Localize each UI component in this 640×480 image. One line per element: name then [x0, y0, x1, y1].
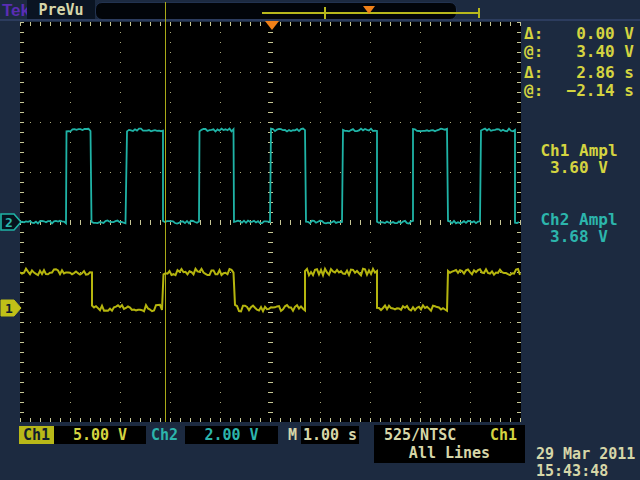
ch2-ground-marker: 2 — [0, 213, 23, 231]
tek-logo: Tek — [2, 1, 30, 21]
ch1-ground-marker: 1 — [0, 299, 23, 317]
trigger-readout: 525/NTSC Ch1 All Lines — [374, 425, 525, 463]
trigger-position-marker-icon — [265, 21, 279, 30]
record-window-right-bracket — [478, 8, 480, 18]
cursor-delta-v-value: 0.00 V — [576, 25, 634, 43]
ch1-amplitude-measurement: Ch1 Ampl 3.60 V — [520, 142, 638, 176]
cursor-at-t-value: −2.14 s — [567, 82, 634, 100]
ch2-waveform-trace — [20, 129, 519, 224]
cursor-delta-t-label: Δ: — [524, 64, 543, 82]
datetime-readout: 29 Mar 2011 15:43:48 — [536, 446, 635, 480]
cursor-delta-v-label: Δ: — [524, 25, 543, 43]
time-label: 15:43:48 — [536, 463, 635, 480]
ch1-ampl-value: 3.60 V — [520, 159, 638, 176]
trigger-standard: 525/NTSC — [384, 426, 456, 444]
cursor-at-v-label: @: — [524, 43, 543, 61]
ch2-ampl-title: Ch2 Ampl — [520, 211, 638, 228]
cursor-readout: Δ: 0.00 V @: 3.40 V Δ: 2.86 s @: −2.14 s — [522, 25, 636, 100]
ch2-marker-label: 2 — [5, 215, 13, 230]
ch2-scale-readout: 2.00 V — [185, 426, 278, 444]
ch1-ampl-title: Ch1 Ampl — [520, 142, 638, 159]
date-label: 29 Mar 2011 — [536, 446, 635, 463]
cursor-delta-t-value: 2.86 s — [576, 64, 634, 82]
cursor-at-v-row: @: 3.40 V — [522, 43, 636, 61]
ch1-scale-readout: 5.00 V — [54, 426, 146, 444]
record-window-tick — [324, 7, 326, 19]
video-line-cursor — [165, 2, 166, 422]
timebase-label: M — [288, 426, 297, 444]
cursor-delta-v-row: Δ: 0.00 V — [522, 25, 636, 43]
trigger-standard-row: 525/NTSC Ch1 — [374, 425, 525, 444]
ch1-channel-badge: Ch1 — [19, 426, 54, 444]
trigger-source: Ch1 — [490, 426, 517, 444]
cursor-delta-t-row: Δ: 2.86 s — [522, 64, 636, 82]
cursor-at-t-row: @: −2.14 s — [522, 82, 636, 100]
acquisition-mode-badge: PreVu — [27, 0, 95, 20]
trigger-mode: All Lines — [374, 444, 525, 462]
horizontal-position-bar — [95, 2, 457, 20]
ch1-waveform-trace — [20, 269, 520, 312]
waveform-display — [20, 22, 521, 422]
ch2-channel-badge: Ch2 — [151, 426, 178, 444]
ch2-ampl-value: 3.68 V — [520, 228, 638, 245]
ch2-amplitude-measurement: Ch2 Ampl 3.68 V — [520, 211, 638, 245]
cursor-at-v-value: 3.40 V — [576, 43, 634, 61]
acquisition-mode-label: PreVu — [38, 1, 83, 19]
top-separator — [0, 19, 640, 21]
cursor-at-t-label: @: — [524, 82, 543, 100]
timebase-readout: 1.00 s — [301, 426, 359, 444]
ch1-marker-label: 1 — [5, 301, 13, 316]
trigger-position-icon — [363, 6, 375, 14]
oscilloscope-screen: Tek PreVu 2 — [0, 0, 640, 480]
